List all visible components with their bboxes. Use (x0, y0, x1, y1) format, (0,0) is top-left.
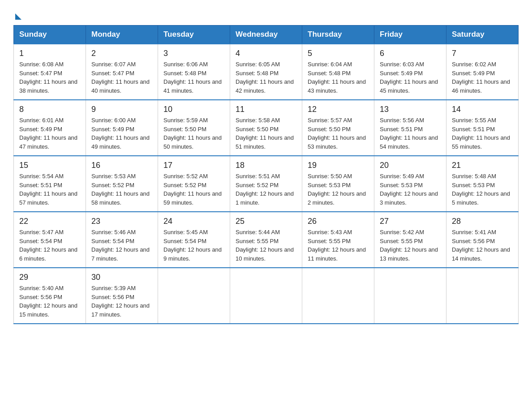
day-number: 11 (236, 105, 296, 114)
day-number: 10 (163, 105, 224, 114)
day-info: Sunrise: 6:05 AMSunset: 5:48 PMDaylight:… (236, 60, 296, 95)
day-number: 27 (380, 217, 441, 226)
day-info: Sunrise: 6:08 AMSunset: 5:47 PMDaylight:… (19, 60, 80, 95)
calendar-cell: 3Sunrise: 6:06 AMSunset: 5:48 PMDaylight… (158, 44, 230, 100)
day-header-tuesday: Tuesday (158, 26, 230, 44)
header (13, 9, 519, 21)
logo-blue-text (13, 13, 21, 21)
day-number: 18 (236, 161, 296, 170)
calendar-cell: 6Sunrise: 6:03 AMSunset: 5:49 PMDaylight… (374, 44, 446, 100)
day-info: Sunrise: 6:03 AMSunset: 5:49 PMDaylight:… (380, 60, 441, 95)
day-header-monday: Monday (86, 26, 158, 44)
day-info: Sunrise: 5:52 AMSunset: 5:52 PMDaylight:… (163, 172, 224, 207)
day-number: 5 (308, 49, 369, 58)
day-info: Sunrise: 5:58 AMSunset: 5:50 PMDaylight:… (236, 116, 296, 151)
day-info: Sunrise: 5:56 AMSunset: 5:51 PMDaylight:… (380, 116, 441, 151)
day-number: 8 (19, 105, 80, 114)
day-info: Sunrise: 6:04 AMSunset: 5:48 PMDaylight:… (308, 60, 369, 95)
day-number: 6 (380, 49, 441, 58)
calendar-week-row: 22Sunrise: 5:47 AMSunset: 5:54 PMDayligh… (14, 212, 519, 268)
day-header-saturday: Saturday (446, 26, 519, 44)
day-info: Sunrise: 5:50 AMSunset: 5:53 PMDaylight:… (308, 172, 369, 207)
calendar-header-row: SundayMondayTuesdayWednesdayThursdayFrid… (14, 26, 519, 44)
day-number: 9 (91, 105, 152, 114)
calendar-cell (230, 268, 302, 324)
calendar-cell: 21Sunrise: 5:48 AMSunset: 5:53 PMDayligh… (446, 156, 519, 212)
calendar-cell: 23Sunrise: 5:46 AMSunset: 5:54 PMDayligh… (86, 212, 158, 268)
calendar-header: SundayMondayTuesdayWednesdayThursdayFrid… (14, 26, 519, 44)
day-header-wednesday: Wednesday (230, 26, 302, 44)
calendar-cell: 1Sunrise: 6:08 AMSunset: 5:47 PMDaylight… (14, 44, 86, 100)
day-number: 29 (19, 273, 80, 282)
calendar-week-row: 29Sunrise: 5:40 AMSunset: 5:56 PMDayligh… (14, 268, 519, 324)
day-info: Sunrise: 5:43 AMSunset: 5:55 PMDaylight:… (308, 228, 369, 263)
calendar-cell: 10Sunrise: 5:59 AMSunset: 5:50 PMDayligh… (158, 100, 230, 156)
day-header-friday: Friday (374, 26, 446, 44)
calendar-cell: 18Sunrise: 5:51 AMSunset: 5:52 PMDayligh… (230, 156, 302, 212)
day-number: 25 (236, 217, 296, 226)
day-number: 13 (380, 105, 441, 114)
calendar-cell: 24Sunrise: 5:45 AMSunset: 5:54 PMDayligh… (158, 212, 230, 268)
day-number: 3 (163, 49, 224, 58)
day-number: 24 (163, 217, 224, 226)
calendar-cell: 7Sunrise: 6:02 AMSunset: 5:49 PMDaylight… (446, 44, 519, 100)
day-info: Sunrise: 5:45 AMSunset: 5:54 PMDaylight:… (163, 228, 224, 263)
calendar-cell: 29Sunrise: 5:40 AMSunset: 5:56 PMDayligh… (14, 268, 86, 324)
calendar-week-row: 1Sunrise: 6:08 AMSunset: 5:47 PMDaylight… (14, 44, 519, 100)
day-number: 4 (236, 49, 296, 58)
calendar-cell: 14Sunrise: 5:55 AMSunset: 5:51 PMDayligh… (446, 100, 519, 156)
day-info: Sunrise: 5:48 AMSunset: 5:53 PMDaylight:… (452, 172, 513, 207)
calendar-week-row: 15Sunrise: 5:54 AMSunset: 5:51 PMDayligh… (14, 156, 519, 212)
calendar-cell: 4Sunrise: 6:05 AMSunset: 5:48 PMDaylight… (230, 44, 302, 100)
calendar-cell: 30Sunrise: 5:39 AMSunset: 5:56 PMDayligh… (86, 268, 158, 324)
calendar-cell: 2Sunrise: 6:07 AMSunset: 5:47 PMDaylight… (86, 44, 158, 100)
calendar-cell: 15Sunrise: 5:54 AMSunset: 5:51 PMDayligh… (14, 156, 86, 212)
day-info: Sunrise: 5:39 AMSunset: 5:56 PMDaylight:… (91, 284, 152, 319)
calendar-cell (302, 268, 374, 324)
logo (13, 9, 21, 21)
day-number: 7 (452, 49, 513, 58)
calendar-cell: 17Sunrise: 5:52 AMSunset: 5:52 PMDayligh… (158, 156, 230, 212)
day-info: Sunrise: 6:06 AMSunset: 5:48 PMDaylight:… (163, 60, 224, 95)
calendar-cell: 20Sunrise: 5:49 AMSunset: 5:53 PMDayligh… (374, 156, 446, 212)
day-info: Sunrise: 6:07 AMSunset: 5:47 PMDaylight:… (91, 60, 152, 95)
day-number: 19 (308, 161, 369, 170)
day-header-sunday: Sunday (14, 26, 86, 44)
day-number: 30 (91, 273, 152, 282)
day-number: 28 (452, 217, 513, 226)
calendar-cell: 5Sunrise: 6:04 AMSunset: 5:48 PMDaylight… (302, 44, 374, 100)
calendar-cell: 8Sunrise: 6:01 AMSunset: 5:49 PMDaylight… (14, 100, 86, 156)
day-number: 12 (308, 105, 369, 114)
calendar-cell: 16Sunrise: 5:53 AMSunset: 5:52 PMDayligh… (86, 156, 158, 212)
day-number: 22 (19, 217, 80, 226)
day-number: 20 (380, 161, 441, 170)
day-info: Sunrise: 6:01 AMSunset: 5:49 PMDaylight:… (19, 116, 80, 151)
day-info: Sunrise: 5:55 AMSunset: 5:51 PMDaylight:… (452, 116, 513, 151)
day-number: 17 (163, 161, 224, 170)
calendar-body: 1Sunrise: 6:08 AMSunset: 5:47 PMDaylight… (14, 44, 519, 324)
calendar-cell: 28Sunrise: 5:41 AMSunset: 5:56 PMDayligh… (446, 212, 519, 268)
calendar-cell: 11Sunrise: 5:58 AMSunset: 5:50 PMDayligh… (230, 100, 302, 156)
calendar-cell: 9Sunrise: 6:00 AMSunset: 5:49 PMDaylight… (86, 100, 158, 156)
calendar-cell: 27Sunrise: 5:42 AMSunset: 5:55 PMDayligh… (374, 212, 446, 268)
calendar-cell: 19Sunrise: 5:50 AMSunset: 5:53 PMDayligh… (302, 156, 374, 212)
day-info: Sunrise: 5:46 AMSunset: 5:54 PMDaylight:… (91, 228, 152, 263)
day-info: Sunrise: 5:47 AMSunset: 5:54 PMDaylight:… (19, 228, 80, 263)
calendar-cell: 22Sunrise: 5:47 AMSunset: 5:54 PMDayligh… (14, 212, 86, 268)
calendar-cell (374, 268, 446, 324)
calendar-cell: 26Sunrise: 5:43 AMSunset: 5:55 PMDayligh… (302, 212, 374, 268)
day-number: 23 (91, 217, 152, 226)
calendar-cell (158, 268, 230, 324)
day-number: 14 (452, 105, 513, 114)
day-info: Sunrise: 5:40 AMSunset: 5:56 PMDaylight:… (19, 284, 80, 319)
day-info: Sunrise: 6:00 AMSunset: 5:49 PMDaylight:… (91, 116, 152, 151)
day-info: Sunrise: 5:57 AMSunset: 5:50 PMDaylight:… (308, 116, 369, 151)
day-info: Sunrise: 5:44 AMSunset: 5:55 PMDaylight:… (236, 228, 296, 263)
day-info: Sunrise: 5:54 AMSunset: 5:51 PMDaylight:… (19, 172, 80, 207)
day-info: Sunrise: 5:41 AMSunset: 5:56 PMDaylight:… (452, 228, 513, 263)
calendar-table: SundayMondayTuesdayWednesdayThursdayFrid… (13, 25, 519, 324)
day-info: Sunrise: 5:42 AMSunset: 5:55 PMDaylight:… (380, 228, 441, 263)
day-info: Sunrise: 5:59 AMSunset: 5:50 PMDaylight:… (163, 116, 224, 151)
calendar-cell: 25Sunrise: 5:44 AMSunset: 5:55 PMDayligh… (230, 212, 302, 268)
calendar-cell: 12Sunrise: 5:57 AMSunset: 5:50 PMDayligh… (302, 100, 374, 156)
